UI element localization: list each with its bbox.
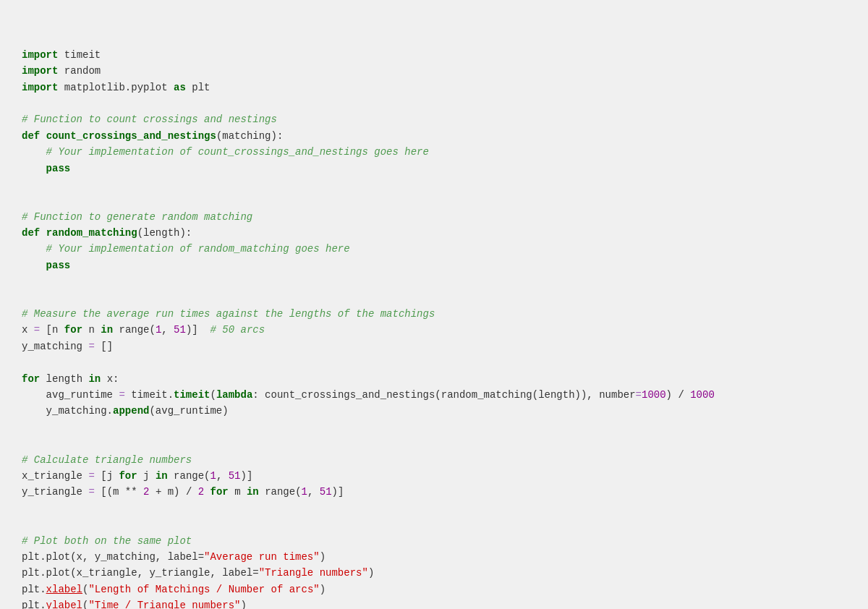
line-def-count: def count_crossings_and_nestings(matchin…	[22, 130, 283, 142]
line-comment-triangle: # Calculate triangle numbers	[22, 454, 192, 466]
line-x-assign: x = [n for n in range(1, 51)] # 50 arcs	[22, 324, 265, 336]
line-plt-plot1: plt.plot(x, y_matching, label="Average r…	[22, 551, 326, 563]
line-import-matplotlib: import matplotlib.pyplot as plt	[22, 82, 210, 93]
line-append: y_matching.append(avg_runtime)	[22, 405, 229, 417]
line-avg-assign: avg_runtime = timeit.timeit(lambda: coun…	[22, 389, 715, 401]
code-container: import timeit import random import matpl…	[0, 0, 868, 609]
line-comment-plot: # Plot both on the same plot	[22, 535, 192, 547]
line-comment-impl-count: # Your implementation of count_crossings…	[22, 146, 429, 158]
line-pass-random: pass	[22, 260, 70, 271]
line-blank-1	[22, 195, 27, 206]
line-blank-3	[22, 438, 27, 449]
line-comment-measure: # Measure the average run times against …	[22, 308, 435, 320]
line-import-random: import random	[22, 65, 101, 77]
line-plt-plot2: plt.plot(x_triangle, y_triangle, label="…	[22, 567, 374, 579]
line-pass-count: pass	[22, 163, 70, 174]
code-block: import timeit import random import matpl…	[22, 14, 846, 609]
line-plt-ylabel: plt.ylabel("Time / Triangle numbers")	[22, 600, 247, 609]
line-x-triangle: x_triangle = [j for j in range(1, 51)]	[22, 470, 252, 482]
line-plt-xlabel: plt.xlabel("Length of Matchings / Number…	[22, 584, 326, 595]
line-comment-count: # Function to count crossings and nestin…	[22, 114, 277, 125]
line-y-triangle: y_triangle = [(m ** 2 + m) / 2 for m in …	[22, 486, 344, 498]
line-blank-4	[22, 519, 27, 530]
line-blank-2	[22, 292, 27, 304]
line-comment-random: # Function to generate random matching	[22, 211, 252, 223]
line-for-loop: for length in x:	[22, 373, 119, 385]
line-comment-impl-random: # Your implementation of random_matching…	[22, 243, 350, 255]
line-def-random: def random_matching(length):	[22, 227, 192, 239]
line-import-timeit: import timeit	[22, 49, 101, 61]
line-y-assign: y_matching = []	[22, 341, 113, 352]
